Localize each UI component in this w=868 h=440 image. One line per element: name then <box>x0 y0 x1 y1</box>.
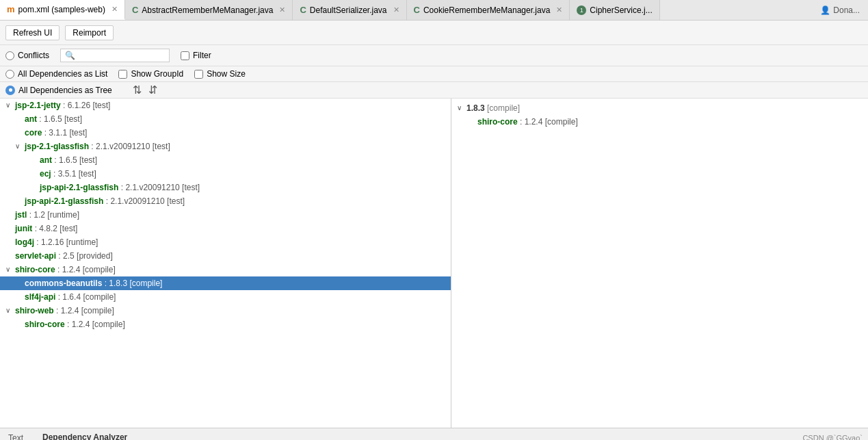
tab-abstract-close[interactable]: ✕ <box>279 5 285 14</box>
expand-icon-jsp-glassfish: ∨ <box>15 140 25 153</box>
filter-checkbox[interactable] <box>181 51 189 60</box>
bottom-tab-text[interactable]: Text <box>5 432 26 441</box>
tree-item-jsp-jetty[interactable]: ∨ jsp-2.1-jetty : 6.1.26 [test] <box>0 99 451 112</box>
detail-scope-label: [compile] <box>485 102 520 114</box>
tree-item-shiro-core[interactable]: ∨ shiro-core : 1.2.4 [compile] <box>0 263 451 276</box>
search-box[interactable]: 🔍 <box>60 49 170 62</box>
tab-default-close[interactable]: ✕ <box>393 5 399 14</box>
donate-icon: 👤 <box>820 5 830 15</box>
tab-icon-m: m <box>7 4 15 14</box>
tree-item-shiro-core-2[interactable]: shiro-core : 1.2.4 [compile] <box>0 318 451 331</box>
tab-cipher-label: CipherService.j... <box>590 5 652 15</box>
tree-controls: ⇅ ⇵ <box>131 83 159 96</box>
detail-version-label: 1.8.3 <box>466 102 485 114</box>
expand-icon-ecj <box>30 168 40 180</box>
all-deps-tree-label: All Dependencies as Tree <box>18 86 112 95</box>
all-deps-list-option[interactable]: All Dependencies as List <box>5 69 107 79</box>
tree-item-jspapi-glassfish[interactable]: jsp-api-2.1-glassfish : 2.1.v20091210 [t… <box>0 194 451 208</box>
tab-icon-1: 1 <box>577 5 586 15</box>
reimport-button[interactable]: Reimport <box>65 25 114 40</box>
tree-item-ant-2[interactable]: ant : 1.6.5 [test] <box>0 153 451 167</box>
tab-icon-c1: C <box>132 5 138 15</box>
options-bar: All Dependencies as List Show GroupId Sh… <box>0 66 868 82</box>
tree-item-log4j[interactable]: log4j : 1.2.16 [runtime] <box>0 235 451 249</box>
tab-default-label: DefaultSerializer.java <box>310 5 387 15</box>
tab-pom-close[interactable]: ✕ <box>111 5 118 14</box>
expand-icon-jspapi <box>15 195 25 207</box>
tree-item-ecj[interactable]: ecj : 3.5.1 [test] <box>0 167 451 181</box>
expand-icon-core <box>15 127 25 139</box>
filter-option[interactable]: Filter <box>181 51 211 60</box>
donate-label: Dona... <box>833 5 860 15</box>
expand-icon-jspapi-in <box>30 181 40 194</box>
tree-item-core[interactable]: core : 3.1.1 [test] <box>0 126 451 140</box>
tree-item-jstl[interactable]: jstl : 1.2 [runtime] <box>0 208 451 222</box>
bottom-bar: Text Dependency Analyzer CSDN @`GGyao` <box>0 428 868 440</box>
expand-icon-slf4j <box>15 291 25 303</box>
expand-icon-jsp-jetty: ∨ <box>5 99 15 112</box>
tree-radio-dot <box>5 86 15 95</box>
expand-icon-junit <box>5 222 15 235</box>
expand-all-button[interactable]: ⇵ <box>147 83 159 96</box>
expand-icon-servlet <box>5 250 15 262</box>
tab-cookie-label: CookieRememberMeManager.java <box>423 5 550 15</box>
tree-item-jsp-glassfish[interactable]: ∨ jsp-2.1-glassfish : 2.1.v20091210 [tes… <box>0 140 451 153</box>
expand-icon-shiro-web: ∨ <box>5 305 15 317</box>
conflicts-radio[interactable] <box>5 51 14 60</box>
tab-default[interactable]: C DefaultSerializer.java ✕ <box>293 0 406 20</box>
show-size-label: Show Size <box>207 69 246 79</box>
tree-item-servlet-api[interactable]: servlet-api : 2.5 [provided] <box>0 249 451 263</box>
tab-bar: m pom.xml (samples-web) ✕ C AbstractReme… <box>0 0 868 21</box>
conflicts-label: Conflicts <box>18 51 49 60</box>
main-content: ∨ jsp-2.1-jetty : 6.1.26 [test] ant : 1.… <box>0 99 868 428</box>
expand-icon-ant1 <box>15 113 25 125</box>
tree-item-ant-1[interactable]: ant : 1.6.5 [test] <box>0 112 451 126</box>
tab-abstract[interactable]: C AbstractRememberMeManager.java ✕ <box>125 0 293 20</box>
show-groupid-option[interactable]: Show GroupId <box>118 69 183 79</box>
all-deps-tree-option[interactable]: All Dependencies as Tree <box>5 86 112 95</box>
tab-pom[interactable]: m pom.xml (samples-web) ✕ <box>0 0 125 20</box>
tree-item-shiro-web[interactable]: ∨ shiro-web : 1.2.4 [compile] <box>0 304 451 318</box>
search-icon: 🔍 <box>65 51 75 60</box>
tab-abstract-label: AbstractRememberMeManager.java <box>142 5 273 15</box>
collapse-all-button[interactable]: ⇅ <box>131 83 143 96</box>
tab-cookie-close[interactable]: ✕ <box>556 5 562 14</box>
expand-icon-jstl <box>5 209 15 221</box>
tab-pom-label: pom.xml (samples-web) <box>18 5 105 14</box>
expand-icon-commons <box>15 277 25 289</box>
detail-panel: ∨ 1.8.3 [compile] shiro-core : 1.2.4 [co… <box>451 99 868 428</box>
tab-cookie[interactable]: C CookieRememberMeManager.java ✕ <box>407 0 570 20</box>
expand-icon-shiro-core2 <box>15 318 25 331</box>
conflicts-option[interactable]: Conflicts <box>5 51 49 60</box>
tab-cipher[interactable]: 1 CipherService.j... <box>570 0 659 20</box>
expand-icon-ant2 <box>30 154 40 166</box>
tree-item-slf4j[interactable]: slf4j-api : 1.6.4 [compile] <box>0 290 451 304</box>
bottom-tab-analyzer[interactable]: Dependency Analyzer <box>40 431 130 441</box>
detail-expand-icon-2 <box>468 116 477 128</box>
tree-options-bar: All Dependencies as Tree ⇅ ⇵ <box>0 82 868 99</box>
tab-icon-c2: C <box>300 5 306 15</box>
tree-item-commons-beanutils[interactable]: commons-beanutils : 1.8.3 [compile] <box>0 276 451 290</box>
show-groupid-label: Show GroupId <box>131 69 183 79</box>
tree-item-jspapi-in-glassfish[interactable]: jsp-api-2.1-glassfish : 2.1.v20091210 [t… <box>0 181 451 194</box>
tab-icon-c3: C <box>414 5 420 15</box>
toolbar: Refresh UI Reimport <box>0 21 868 45</box>
detail-item-version[interactable]: ∨ 1.8.3 [compile] <box>451 101 868 115</box>
show-size-checkbox[interactable] <box>194 70 203 79</box>
expand-icon-shiro-core: ∨ <box>5 263 15 276</box>
tree-panel[interactable]: ∨ jsp-2.1-jetty : 6.1.26 [test] ant : 1.… <box>0 99 451 428</box>
detail-item-shiro-core[interactable]: shiro-core : 1.2.4 [compile] <box>451 115 868 129</box>
donate-button[interactable]: 👤 Dona... <box>812 0 868 20</box>
filter-bar: Conflicts 🔍 Filter <box>0 45 868 66</box>
show-size-option[interactable]: Show Size <box>194 69 246 79</box>
refresh-ui-button[interactable]: Refresh UI <box>5 25 60 40</box>
all-deps-list-label: All Dependencies as List <box>18 69 107 79</box>
watermark: CSDN @`GGyao` <box>802 434 863 441</box>
filter-label: Filter <box>193 51 211 60</box>
all-deps-list-radio[interactable] <box>5 70 14 79</box>
expand-icon-log4j <box>5 236 15 248</box>
search-input[interactable] <box>78 51 167 60</box>
show-groupid-checkbox[interactable] <box>118 70 127 79</box>
tree-item-junit[interactable]: junit : 4.8.2 [test] <box>0 222 451 235</box>
detail-expand-icon: ∨ <box>457 102 466 114</box>
